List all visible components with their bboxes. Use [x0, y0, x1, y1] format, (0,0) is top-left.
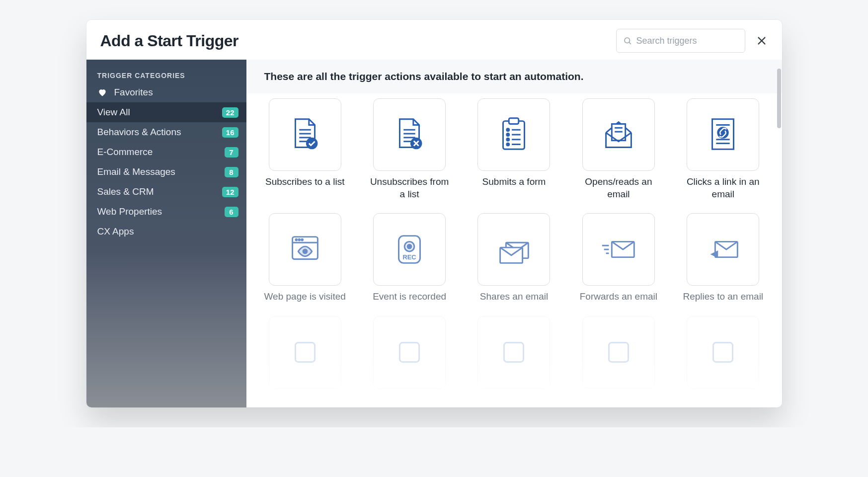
- count-badge: 12: [222, 187, 238, 197]
- mail-share-icon: [477, 213, 550, 286]
- search-input[interactable]: [616, 29, 745, 53]
- svg-line-1: [629, 42, 631, 44]
- count-badge: 7: [225, 147, 238, 158]
- svg-point-35: [298, 239, 300, 240]
- count-badge: 6: [225, 207, 238, 217]
- trigger-label: Replies to an email: [683, 291, 763, 303]
- trigger-web-page-visited[interactable]: Web page is visited: [264, 213, 346, 303]
- trigger-label: Shares an email: [480, 291, 548, 303]
- count-badge: 16: [222, 127, 238, 138]
- svg-point-20: [507, 138, 509, 141]
- trigger-label: Opens/reads an email: [578, 176, 659, 200]
- svg-point-0: [625, 38, 630, 43]
- sidebar-item-e-commerce[interactable]: E-Commerce7: [86, 142, 246, 162]
- trigger-event-recorded[interactable]: RECEvent is recorded: [369, 213, 450, 303]
- trigger-peek[interactable]: [682, 316, 764, 389]
- close-icon: [756, 35, 767, 46]
- sidebar-item-web-properties[interactable]: Web Properties6: [86, 202, 246, 222]
- trigger-shares-email[interactable]: Shares an email: [473, 213, 554, 303]
- rec-icon: REC: [373, 213, 446, 286]
- placeholder-icon: [373, 316, 446, 389]
- svg-rect-52: [609, 343, 628, 362]
- svg-rect-53: [713, 343, 733, 362]
- trigger-peek[interactable]: [473, 316, 554, 389]
- placeholder-icon: [269, 316, 341, 389]
- sidebar-item-label: E-Commerce: [97, 147, 153, 158]
- trigger-peek[interactable]: [578, 316, 659, 389]
- doc-check-icon: [269, 98, 341, 171]
- svg-rect-49: [295, 343, 315, 362]
- mail-open-icon: [582, 98, 655, 171]
- mail-reply-icon: [687, 213, 759, 286]
- placeholder-icon: [582, 316, 655, 389]
- modal-body: TRIGGER CATEGORIES FavoritesView All22Be…: [86, 60, 782, 407]
- browser-eye-icon: [269, 213, 341, 286]
- svg-point-37: [303, 249, 307, 253]
- trigger-grid-wrap[interactable]: Subscribes to a list Unsubscribes from a…: [246, 93, 782, 407]
- scrollbar-thumb[interactable]: [777, 69, 781, 128]
- placeholder-icon: [687, 316, 759, 389]
- trigger-label: Clicks a link in an email: [682, 176, 764, 200]
- trigger-label: Subscribes to a list: [265, 176, 344, 188]
- trigger-submits-form[interactable]: Submits a form: [473, 98, 554, 200]
- start-trigger-modal: Add a Start Trigger TRIGGER CATEGORIES F…: [86, 20, 782, 407]
- sidebar-heading: TRIGGER CATEGORIES: [86, 67, 246, 82]
- sidebar-item-behaviors-actions[interactable]: Behaviors & Actions16: [86, 122, 246, 142]
- trigger-label: Web page is visited: [264, 291, 346, 303]
- svg-text:REC: REC: [403, 254, 416, 261]
- search-icon: [623, 36, 632, 45]
- doc-x-icon: [373, 98, 446, 171]
- trigger-subscribes-list[interactable]: Subscribes to a list: [264, 98, 346, 200]
- sidebar-item-label: CX Apps: [97, 226, 134, 237]
- svg-point-34: [296, 239, 297, 240]
- trigger-label: Event is recorded: [373, 291, 446, 303]
- modal-title: Add a Start Trigger: [100, 32, 239, 50]
- svg-rect-51: [504, 343, 524, 362]
- search-wrap: [616, 29, 745, 53]
- placeholder-icon: [477, 316, 550, 389]
- count-badge: 8: [225, 167, 238, 177]
- svg-point-16: [507, 129, 509, 131]
- description-bar: These are all the trigger actions availa…: [246, 60, 782, 93]
- trigger-label: Forwards an email: [580, 291, 657, 303]
- trigger-replies-email[interactable]: Replies to an email: [682, 213, 764, 303]
- sidebar-item-label: Favorites: [114, 87, 153, 98]
- svg-point-36: [301, 239, 303, 240]
- clipboard-icon: [477, 98, 550, 171]
- trigger-clicks-link-email[interactable]: Clicks a link in an email: [682, 98, 764, 200]
- trigger-peek[interactable]: [369, 316, 450, 389]
- trigger-unsubscribes-list[interactable]: Unsubscribes from a list: [369, 98, 450, 200]
- count-badge: 22: [222, 107, 238, 118]
- modal-header: Add a Start Trigger: [86, 20, 782, 60]
- svg-rect-15: [509, 118, 519, 124]
- svg-point-18: [507, 134, 509, 136]
- trigger-label: Submits a form: [482, 176, 546, 188]
- content-area: These are all the trigger actions availa…: [246, 60, 782, 407]
- sidebar-item-sales-crm[interactable]: Sales & CRM12: [86, 182, 246, 202]
- svg-point-40: [407, 245, 411, 249]
- sidebar-item-label: Behaviors & Actions: [97, 127, 181, 138]
- doc-link-icon: [687, 98, 759, 171]
- sidebar-item-label: Web Properties: [97, 206, 162, 217]
- sidebar-item-email-messages[interactable]: Email & Messages8: [86, 162, 246, 182]
- sidebar: TRIGGER CATEGORIES FavoritesView All22Be…: [86, 60, 246, 407]
- trigger-forwards-email[interactable]: Forwards an email: [578, 213, 659, 303]
- sidebar-item-favorites[interactable]: Favorites: [86, 82, 246, 102]
- sidebar-item-cx-apps[interactable]: CX Apps: [86, 222, 246, 241]
- close-button[interactable]: [755, 34, 768, 47]
- trigger-opens-email[interactable]: Opens/reads an email: [578, 98, 659, 200]
- sidebar-item-label: View All: [97, 107, 130, 118]
- trigger-label: Unsubscribes from a list: [369, 176, 450, 200]
- sidebar-item-label: Email & Messages: [97, 166, 175, 177]
- svg-rect-50: [400, 343, 419, 362]
- trigger-peek[interactable]: [264, 316, 346, 389]
- header-actions: [616, 29, 768, 53]
- heart-icon: [97, 87, 107, 97]
- mail-forward-icon: [582, 213, 655, 286]
- svg-point-22: [507, 143, 509, 146]
- sidebar-item-view-all[interactable]: View All22: [86, 102, 246, 122]
- sidebar-item-label: Sales & CRM: [97, 186, 154, 197]
